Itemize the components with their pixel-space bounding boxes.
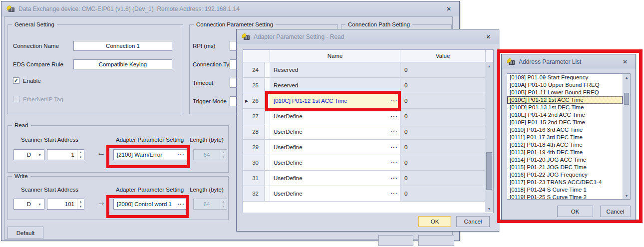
scrollbar-thumb[interactable] bbox=[486, 152, 492, 190]
write-length-spinner: 64 ▲▼ bbox=[193, 199, 227, 210]
enable-checkbox[interactable] bbox=[13, 77, 19, 84]
name-cell[interactable]: UserDefine··· bbox=[270, 140, 400, 155]
table-row[interactable]: 28UserDefine···0 bbox=[243, 124, 493, 140]
scroll-up-icon[interactable]: ▲ bbox=[623, 74, 630, 81]
cell-browse-button[interactable]: ··· bbox=[391, 186, 398, 201]
table-row[interactable]: ▶26[010C] P01-12 1st ACC Time···0 bbox=[243, 93, 493, 109]
read-adapter-browse-button[interactable]: ··· bbox=[178, 150, 185, 160]
write-address-spinner[interactable]: 101 ▲▼ bbox=[47, 199, 84, 210]
connection-name-input[interactable]: Connection 1 bbox=[73, 41, 172, 51]
list-item[interactable]: [010D] P01-13 1st DEC Time bbox=[507, 104, 623, 111]
row-number-cell[interactable]: 31 bbox=[243, 171, 265, 186]
close-icon[interactable]: ✕ bbox=[443, 4, 454, 13]
list-item[interactable]: [010E] P01-14 2nd ACC Time bbox=[507, 111, 623, 119]
name-cell[interactable]: UserDefine··· bbox=[270, 124, 400, 139]
list-item[interactable]: [0111] P01-17 3rd DEC Time bbox=[507, 134, 623, 141]
eds-compare-rule-input[interactable]: Compatible Keying bbox=[73, 59, 172, 69]
scrollbar-thumb[interactable] bbox=[624, 93, 629, 105]
table-row[interactable]: 24Reserved0 bbox=[243, 62, 493, 78]
connection-parameter-legend: Connection Parameter Setting bbox=[194, 21, 276, 28]
scroll-up-icon[interactable]: ▲ bbox=[485, 62, 493, 69]
table-row[interactable]: 27UserDefine···0 bbox=[243, 109, 493, 124]
list-item[interactable]: [010C] P01-12 1st ACC Time bbox=[507, 96, 623, 104]
scroll-down-icon[interactable]: ▼ bbox=[623, 192, 630, 199]
address-parameter-dialog: Address Parameter List ✕ [0109] P01-09 S… bbox=[501, 54, 636, 220]
close-icon[interactable]: ✕ bbox=[620, 57, 631, 66]
list-item[interactable]: [0118] P01-24 S Curve Time 1 bbox=[507, 186, 623, 194]
scroll-down-icon[interactable]: ▼ bbox=[485, 205, 493, 212]
name-cell[interactable]: UserDefine··· bbox=[270, 155, 400, 170]
write-group: Write Scanner Start Address Adapter Para… bbox=[7, 176, 229, 220]
row-number-cell[interactable]: 24 bbox=[243, 62, 265, 77]
list-item[interactable]: [0117] P01-23 TRANS ACC/DEC1-4 bbox=[507, 179, 623, 186]
value-cell[interactable]: 0 bbox=[400, 93, 486, 108]
value-cell[interactable]: 0 bbox=[400, 78, 486, 93]
write-address-spin-buttons[interactable]: ▲▼ bbox=[77, 199, 84, 209]
adapter-dialog-titlebar[interactable]: Adapter Parameter Setting - Read ✕ bbox=[237, 29, 499, 44]
row-number-cell[interactable]: 28 bbox=[243, 124, 265, 139]
name-cell[interactable]: Reserved bbox=[270, 78, 400, 93]
table-row[interactable]: 32UserDefine···0 bbox=[243, 186, 493, 202]
main-cancel-button-partial[interactable] bbox=[418, 235, 454, 246]
name-cell[interactable]: UserDefine··· bbox=[270, 171, 400, 186]
list-item[interactable]: [0109] P01-09 Start Frequency bbox=[507, 74, 623, 81]
read-adapter-parameter-input[interactable]: [2100] Warn/Error ··· bbox=[113, 149, 187, 160]
address-dialog-ok-button[interactable]: OK bbox=[557, 206, 593, 217]
table-vertical-scrollbar[interactable]: ▲ ▼ bbox=[485, 62, 493, 212]
address-dialog-titlebar[interactable]: Address Parameter List ✕ bbox=[502, 54, 636, 69]
name-cell[interactable]: [010C] P01-12 1st ACC Time··· bbox=[270, 93, 400, 108]
read-address-spinner[interactable]: 1 ▲▼ bbox=[47, 149, 84, 160]
table-row[interactable]: 25Reserved0 bbox=[243, 78, 493, 93]
write-adapter-parameter-input[interactable]: [2000] Control word 1 ··· bbox=[113, 199, 187, 210]
row-number-cell[interactable]: 32 bbox=[243, 186, 265, 201]
table-row[interactable]: 30UserDefine···0 bbox=[243, 155, 493, 171]
row-number-cell[interactable]: 27 bbox=[243, 109, 265, 124]
list-item[interactable]: [0116] P01-22 JOG Frequency bbox=[507, 171, 623, 179]
row-number-cell[interactable]: ▶26 bbox=[243, 93, 265, 108]
cell-browse-button[interactable]: ··· bbox=[391, 93, 398, 108]
value-cell[interactable]: 0 bbox=[400, 155, 486, 170]
list-item[interactable]: [0113] P01-19 4th DEC Time bbox=[507, 149, 623, 156]
row-number-cell[interactable]: 30 bbox=[243, 155, 265, 170]
name-cell[interactable]: UserDefine··· bbox=[270, 186, 400, 201]
name-cell[interactable]: UserDefine··· bbox=[270, 109, 400, 124]
list-item[interactable]: [010F] P01-15 2nd DEC Time bbox=[507, 119, 623, 126]
window-title: Data Exchange device: CMC-EIP01 (v1.6) (… bbox=[18, 5, 240, 12]
value-cell[interactable]: 0 bbox=[400, 186, 486, 201]
list-item[interactable]: [010A] P01-10 Upper Bound FREQ bbox=[507, 81, 623, 89]
list-vertical-scrollbar[interactable]: ▲ ▼ bbox=[623, 74, 630, 199]
value-cell[interactable]: 0 bbox=[400, 109, 486, 124]
row-number-cell[interactable]: 29 bbox=[243, 140, 265, 155]
list-item[interactable]: [0114] P01-20 JOG ACC Time bbox=[507, 156, 623, 164]
write-device-combo[interactable]: D bbox=[13, 199, 44, 210]
cell-browse-button[interactable]: ··· bbox=[391, 140, 398, 155]
connection-name-value: Connection 1 bbox=[106, 43, 140, 49]
read-device-combo[interactable]: D bbox=[13, 149, 44, 160]
cell-browse-button[interactable]: ··· bbox=[391, 124, 398, 139]
close-icon[interactable]: ✕ bbox=[483, 32, 494, 41]
value-cell[interactable]: 0 bbox=[400, 62, 486, 77]
list-item[interactable]: [0110] P01-16 3rd ACC Time bbox=[507, 126, 623, 134]
list-item[interactable]: [0119] P01-25 S Curve Time 2 bbox=[507, 194, 623, 200]
default-button[interactable]: Default bbox=[7, 227, 43, 239]
value-cell[interactable]: 0 bbox=[400, 124, 486, 139]
value-cell[interactable]: 0 bbox=[400, 140, 486, 155]
adapter-dialog-cancel-button[interactable]: Cancel bbox=[456, 216, 490, 227]
adapter-dialog-ok-button[interactable]: OK bbox=[418, 216, 451, 227]
list-item[interactable]: [0115] P01-21 JOG DEC Time bbox=[507, 164, 623, 171]
cell-browse-button[interactable]: ··· bbox=[391, 155, 398, 170]
address-dialog-cancel-button[interactable]: Cancel bbox=[600, 206, 631, 217]
list-item[interactable]: [0112] P01-18 4th ACC Time bbox=[507, 141, 623, 149]
value-cell[interactable]: 0 bbox=[400, 171, 486, 186]
table-row[interactable]: 31UserDefine···0 bbox=[243, 171, 493, 186]
row-number-cell[interactable]: 25 bbox=[243, 78, 265, 93]
cell-browse-button[interactable]: ··· bbox=[391, 171, 398, 186]
cell-browse-button[interactable]: ··· bbox=[391, 109, 398, 124]
write-adapter-browse-button[interactable]: ··· bbox=[178, 199, 185, 209]
name-cell[interactable]: Reserved bbox=[270, 62, 400, 77]
table-row[interactable]: 29UserDefine···0 bbox=[243, 140, 493, 155]
list-item[interactable]: [010B] P01-11 Lower Bound FREQ bbox=[507, 89, 623, 96]
main-ok-button-partial[interactable] bbox=[378, 235, 413, 246]
read-address-spin-buttons[interactable]: ▲▼ bbox=[77, 150, 84, 160]
data-exchange-titlebar[interactable]: Data Exchange device: CMC-EIP01 (v1.6) (… bbox=[1, 1, 459, 16]
